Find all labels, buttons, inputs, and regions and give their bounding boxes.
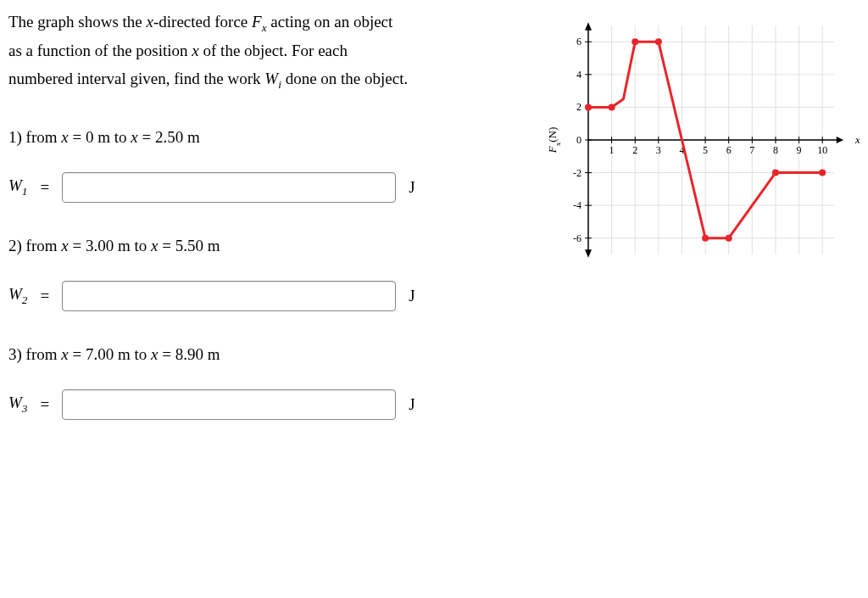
w1-variable: W1: [8, 176, 27, 198]
svg-text:1: 1: [609, 144, 615, 156]
force-position-chart: 12345678910-6-4-20246x(m)Fx(N): [546, 17, 860, 271]
svg-point-66: [819, 170, 826, 176]
svg-text:2: 2: [632, 144, 637, 156]
svg-point-65: [772, 170, 779, 176]
svg-text:9: 9: [797, 144, 802, 156]
question-1: 1) from x = 0 m to x = 2.50 m W1 = J: [8, 128, 529, 203]
question-column: The graph shows the x-directed force Fx …: [8, 8, 529, 454]
equals-sign: =: [40, 287, 49, 305]
question-1-label: 1) from x = 0 m to x = 2.50 m: [8, 128, 529, 147]
svg-point-64: [726, 235, 732, 242]
problem-statement: The graph shows the x-directed force Fx …: [8, 8, 529, 94]
svg-text:-6: -6: [573, 232, 581, 244]
svg-text:3: 3: [656, 144, 661, 156]
question-2-label: 2) from x = 3.00 m to x = 5.50 m: [8, 237, 529, 255]
w3-input[interactable]: [62, 389, 396, 420]
svg-text:0: 0: [576, 134, 581, 146]
svg-point-60: [609, 103, 615, 110]
equals-sign: =: [40, 395, 49, 414]
question-2: 2) from x = 3.00 m to x = 5.50 m W2 = J: [8, 237, 529, 311]
svg-text:2: 2: [576, 101, 581, 113]
svg-marker-19: [837, 137, 843, 143]
w1-unit: J: [409, 178, 415, 197]
svg-text:6: 6: [726, 144, 732, 156]
svg-text:Fx(N): Fx(N): [546, 127, 562, 154]
svg-text:6: 6: [576, 36, 581, 48]
svg-text:-2: -2: [573, 167, 581, 179]
equals-sign: =: [40, 178, 49, 197]
svg-text:10: 10: [817, 144, 827, 156]
svg-text:4: 4: [576, 69, 581, 81]
svg-point-62: [655, 38, 662, 45]
svg-marker-21: [585, 22, 592, 31]
w2-variable: W2: [8, 285, 27, 307]
svg-text:x(m): x(m): [854, 133, 860, 146]
svg-text:8: 8: [773, 144, 778, 156]
w3-unit: J: [409, 395, 415, 414]
svg-marker-22: [585, 249, 592, 258]
question-3: 3) from x = 7.00 m to x = 8.90 m W3 = J: [8, 345, 529, 420]
w2-input[interactable]: [62, 281, 396, 311]
w2-unit: J: [409, 287, 415, 305]
svg-point-63: [702, 235, 709, 242]
w3-variable: W3: [8, 394, 27, 416]
question-3-label: 3) from x = 7.00 m to x = 8.90 m: [8, 345, 529, 364]
chart-column: 12345678910-6-4-20246x(m)Fx(N): [546, 8, 860, 454]
svg-point-59: [585, 103, 592, 110]
svg-text:7: 7: [749, 144, 754, 156]
svg-text:5: 5: [703, 144, 708, 156]
svg-point-61: [632, 38, 638, 45]
svg-text:-4: -4: [573, 199, 581, 211]
w1-input[interactable]: [62, 172, 396, 203]
